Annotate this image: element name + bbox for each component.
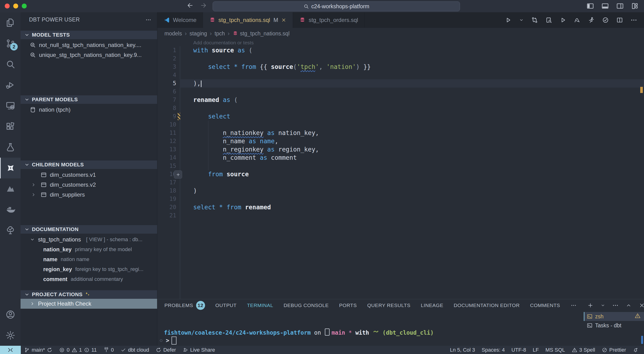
documentation-field-row[interactable]: nation_keyprimary key of the model <box>20 245 157 254</box>
activity-item-project-tree-check-extension[interactable] <box>0 220 20 241</box>
child-model-item[interactable]: dim_customers.v1 <box>20 170 157 180</box>
model-test-item[interactable]: not_null_stg_tpch_nations_nation_key.... <box>20 40 157 50</box>
status-spell-checker[interactable]: 3 Spell <box>568 347 598 353</box>
activity-item-run-and-debug[interactable] <box>0 75 20 95</box>
panel-tab-problems[interactable]: PROBLEMS12 <box>164 301 205 310</box>
section-header-documentation[interactable]: DOCUMENTATION <box>20 225 157 234</box>
section-header-model-tests[interactable]: MODEL TESTS <box>20 31 157 39</box>
maximize-panel-icon[interactable] <box>625 302 632 309</box>
tab-stg_tpch_nations-sql[interactable]: stg_tpch_nations.sqlM <box>203 12 293 28</box>
back-arrow-icon[interactable] <box>187 2 194 9</box>
breadcrumb-item[interactable]: staging <box>190 30 207 37</box>
command-center-search[interactable]: c24-workshops-platform <box>212 1 460 11</box>
panel-more-actions-icon[interactable] <box>612 302 619 309</box>
documentation-field-row[interactable]: region_keyforeign key to stg_tpch_regi..… <box>20 264 157 274</box>
new-terminal-icon[interactable] <box>587 302 594 309</box>
validate-icon[interactable] <box>602 16 609 23</box>
panel-tab-output[interactable]: OUTPUT <box>216 303 237 308</box>
terminal-dropdown-icon[interactable] <box>600 303 606 308</box>
customize-layout-button-icon[interactable] <box>631 2 639 10</box>
status-defer-status[interactable]: Defer <box>152 347 179 353</box>
code-text: n_regionkey as region_key, <box>193 145 319 154</box>
run-icon[interactable] <box>504 16 512 23</box>
activity-item-remote-explorer[interactable] <box>0 95 20 116</box>
panel-tab-terminal[interactable]: TERMINAL <box>247 303 273 308</box>
panel-tab-documentation-editor[interactable]: DOCUMENTATION EDITOR <box>454 303 520 308</box>
panel-tab-debug-console[interactable]: DEBUG CONSOLE <box>284 303 328 308</box>
run-file-icon[interactable] <box>588 16 595 23</box>
section-header-children-models[interactable]: CHILDREN MODELS <box>20 160 157 169</box>
status-encoding[interactable]: UTF-8 <box>508 347 530 353</box>
toggle-secondary-sidebar-button-icon[interactable] <box>616 2 624 10</box>
activity-item-testing[interactable] <box>0 137 20 158</box>
status-dbt-cloud-status[interactable]: dbt cloud <box>117 347 152 353</box>
activity-item-accounts[interactable] <box>0 304 20 325</box>
panel-tab-overflow[interactable] <box>570 302 577 309</box>
documentation-model-row[interactable]: stg_tpch_nations[ VIEW ] - schema : db..… <box>20 235 157 245</box>
remote-indicator[interactable] <box>0 346 21 354</box>
split-editor-icon[interactable] <box>616 16 623 23</box>
status-prettier-status[interactable]: Prettier <box>598 347 629 353</box>
activity-item-extensions[interactable] <box>0 116 20 137</box>
execute-query-icon[interactable] <box>560 16 566 23</box>
status-eol[interactable]: LF <box>530 347 542 353</box>
activity-item-dbt-power-user[interactable] <box>0 158 20 178</box>
code-token: tpch <box>300 63 316 70</box>
more-actions-icon[interactable] <box>145 17 152 23</box>
activity-item-manage-settings[interactable] <box>0 325 20 346</box>
add-gutter-button[interactable] <box>174 170 182 179</box>
activity-item-docker[interactable] <box>0 199 20 220</box>
terminal-list-item-zsh[interactable]: zsh <box>584 312 644 321</box>
child-model-item[interactable]: dim_suppliers <box>20 190 157 200</box>
breadcrumb-file[interactable]: stg_tpch_nations.sql <box>232 30 290 37</box>
section-header-parent-models[interactable]: PARENT MODELS <box>20 95 157 104</box>
minimize-window-button[interactable] <box>13 3 18 8</box>
breadcrumb-item[interactable]: tpch <box>214 30 225 37</box>
compare-changes-icon[interactable] <box>531 16 538 23</box>
panel-tab-comments[interactable]: COMMENTS <box>530 303 560 308</box>
documentation-field-row[interactable]: commentadditional commentary <box>20 274 157 284</box>
activity-item-explorer[interactable] <box>0 12 20 33</box>
toggle-primary-sidebar-button-icon[interactable] <box>586 2 594 10</box>
codelens-action[interactable]: Add documentation or tests <box>193 39 644 46</box>
activity-item-search[interactable] <box>0 54 20 75</box>
activity-item-datafold-extension[interactable] <box>0 178 20 199</box>
terminal[interactable]: fishtown/coalesce-24/c24-workshops-platf… <box>157 312 584 346</box>
status-indentation[interactable]: Spaces: 4 <box>478 347 508 353</box>
status-problems-status[interactable]: 0111 <box>56 347 100 353</box>
panel-tab-ports[interactable]: PORTS <box>339 303 357 308</box>
status-notifications-bell[interactable] <box>629 347 642 353</box>
activity-item-source-control[interactable]: 2 <box>0 33 20 54</box>
code-token: comment <box>267 154 297 161</box>
status-live-share-status[interactable]: Live Share <box>179 347 218 353</box>
close-icon[interactable] <box>281 17 286 23</box>
project-health-check-item[interactable]: Project Health Check <box>20 299 157 309</box>
run-icon[interactable] <box>519 17 524 23</box>
panel-scrollbar[interactable] <box>641 336 643 344</box>
panel-tab-query-results[interactable]: QUERY RESULTS <box>367 303 410 308</box>
close-panel-icon[interactable] <box>638 302 644 309</box>
panel-tab-lineage[interactable]: LINEAGE <box>421 303 443 308</box>
status-language-mode[interactable]: MS SQL <box>542 347 568 353</box>
status-branch-status[interactable]: main* <box>21 347 56 353</box>
documentation-field-row[interactable]: namenation name <box>20 254 157 264</box>
tab-welcome[interactable]: Welcome <box>157 12 203 28</box>
close-window-button[interactable] <box>5 3 10 8</box>
terminal-prompt[interactable]: > <box>159 337 176 345</box>
maximize-window-button[interactable] <box>22 3 27 8</box>
open-preview-icon[interactable] <box>545 16 552 23</box>
section-header-project-actions[interactable]: PROJECT ACTIONS <box>20 290 157 299</box>
datafold-diff-icon[interactable] <box>574 16 581 23</box>
more-actions-icon[interactable] <box>630 16 638 23</box>
status-ports-status[interactable]: 0 <box>100 347 117 353</box>
model-test-item[interactable]: unique_stg_tpch_nations_nation_key.9... <box>20 50 157 60</box>
forward-arrow-icon[interactable] <box>200 2 207 9</box>
breadcrumb-item[interactable]: models <box>164 30 182 37</box>
parent-model-item[interactable]: nation (tpch) <box>20 105 157 115</box>
code-editor[interactable]: Add documentation or tests1with source a… <box>157 39 644 299</box>
tab-stg_tpch_orders-sql[interactable]: stg_tpch_orders.sql <box>293 12 364 28</box>
child-model-item[interactable]: dim_customers.v2 <box>20 180 157 190</box>
terminal-list-item-tasks-dbt[interactable]: Tasks - dbt <box>584 321 644 330</box>
toggle-panel-button-icon[interactable] <box>601 2 609 10</box>
status-cursor-position[interactable]: Ln 5, Col 3 <box>446 347 478 353</box>
